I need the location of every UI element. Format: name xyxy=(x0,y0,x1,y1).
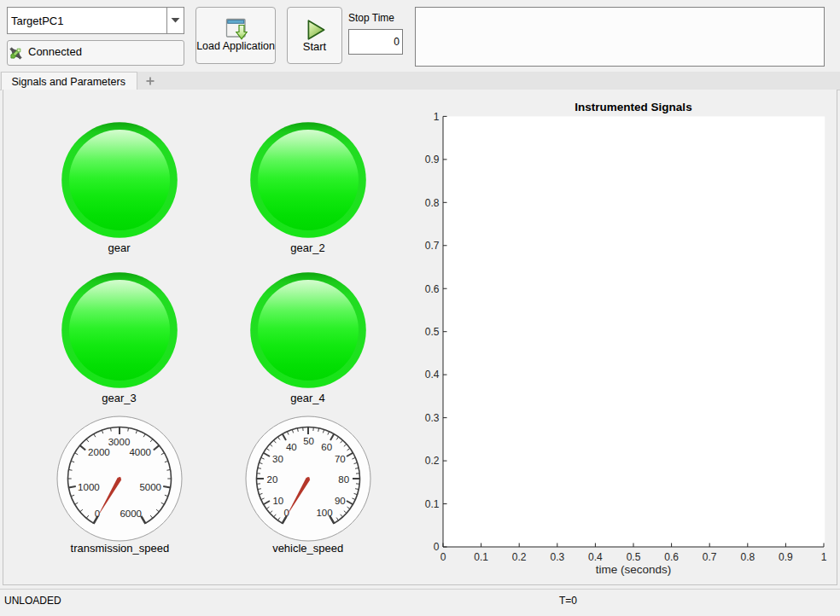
svg-text:0.7: 0.7 xyxy=(703,551,717,563)
svg-text:0.9: 0.9 xyxy=(779,551,793,563)
svg-text:0.3: 0.3 xyxy=(550,551,564,563)
svg-text:0.7: 0.7 xyxy=(425,240,440,252)
svg-text:0: 0 xyxy=(440,551,446,563)
svg-text:Instrumented Signals: Instrumented Signals xyxy=(575,101,691,113)
svg-text:0.2: 0.2 xyxy=(512,551,527,563)
svg-text:0.6: 0.6 xyxy=(664,551,679,563)
svg-text:time (seconds): time (seconds) xyxy=(596,563,672,576)
svg-text:0.9: 0.9 xyxy=(425,154,440,166)
svg-text:1: 1 xyxy=(434,111,440,123)
svg-text:1: 1 xyxy=(821,551,827,563)
svg-text:0.6: 0.6 xyxy=(425,283,440,295)
svg-text:0.8: 0.8 xyxy=(425,197,440,209)
svg-text:0.8: 0.8 xyxy=(740,551,755,563)
svg-text:0.1: 0.1 xyxy=(425,498,440,510)
svg-text:0.4: 0.4 xyxy=(588,551,603,563)
svg-text:0: 0 xyxy=(434,541,440,553)
svg-text:0.1: 0.1 xyxy=(474,551,488,563)
svg-text:0.5: 0.5 xyxy=(425,326,440,338)
svg-text:0.2: 0.2 xyxy=(425,455,440,467)
svg-text:0.4: 0.4 xyxy=(425,369,440,381)
svg-text:0.5: 0.5 xyxy=(627,551,641,563)
svg-text:0.3: 0.3 xyxy=(425,412,440,424)
